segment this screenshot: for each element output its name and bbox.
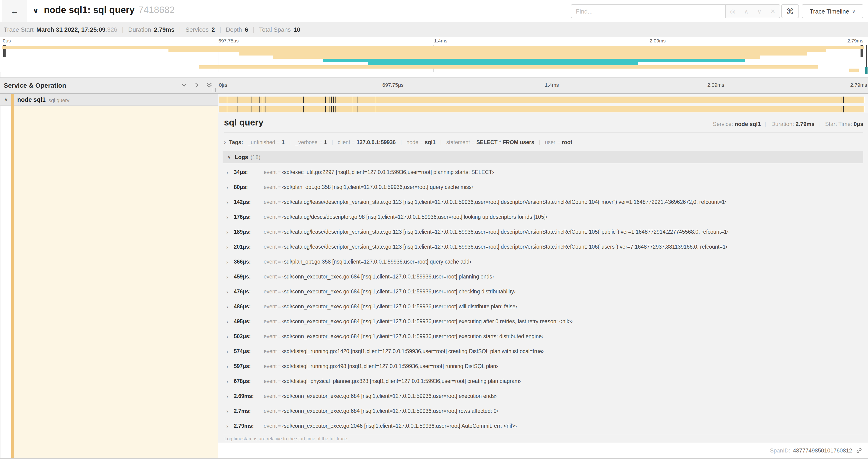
span-row-name-cell[interactable]: ∨ node sql1 sql query [0,94,218,106]
log-row[interactable]: ›80μs:event = ‹sql/plan_opt.go:358 [nsql… [223,180,863,195]
operation-name: sql query [49,97,69,103]
equals-sign: = [277,244,282,250]
back-arrow-icon: ← [10,6,19,15]
log-row[interactable]: ›2.79ms:event = ‹sql/conn_executor_exec.… [223,419,863,434]
span-collapse-chevron-icon[interactable]: ∨ [4,97,8,103]
meta-item-trace-start: Trace StartMarch 31 2022, 17:25:09.326 [4,26,117,33]
log-tick-mark [335,97,336,103]
log-expand-chevron-icon[interactable]: › [226,423,228,430]
tags-expand-chevron-icon[interactable]: › [224,139,226,145]
trace-collapse-chevron-icon[interactable]: ∨ [33,6,39,15]
span-duration-bar[interactable] [219,97,864,103]
log-row[interactable]: ›597μs:event = ‹sql/distsql_running.go:4… [223,359,863,374]
meta-label: Depth [226,26,242,33]
deep-link-icon[interactable] [856,447,862,454]
log-row[interactable]: ›142μs:event = ‹sql/catalog/lease/descri… [223,195,863,210]
log-tick-mark [376,97,376,103]
log-message: event = ‹sql/conn_executor_exec.go:2046 … [264,423,517,429]
log-field-name: event [264,214,277,220]
equals-sign: = [277,215,282,220]
meta-label: Duration [128,26,151,33]
equals-sign: = [277,424,282,429]
log-row[interactable]: ›495μs:event = ‹sql/conn_executor_exec.g… [223,315,863,329]
expand-one-icon[interactable] [194,82,200,88]
log-timestamp: 2.79ms: [234,423,254,429]
log-expand-chevron-icon[interactable]: › [226,393,228,400]
prev-result-icon[interactable]: ∧ [744,8,748,15]
log-timestamp: 201μs: [234,244,251,250]
log-tick-mark [331,106,332,112]
log-tick-mark [841,106,842,112]
log-expand-chevron-icon[interactable]: › [226,289,228,295]
tags-accordian[interactable]: › Tags: _unfinished=1|_verbose=1|client=… [224,137,863,148]
tag-_unfinished: _unfinished=1 [248,139,285,145]
span-detail-title: sql query [224,118,264,128]
tag-separator: | [440,139,442,145]
meta-value: 10 [293,26,300,33]
logs-accordian-header[interactable]: ∨ Logs (18) [223,151,863,163]
log-row[interactable]: ›459μs:event = ‹sql/conn_executor_exec.g… [223,270,863,285]
span-duration-bar-detail[interactable] [219,106,864,112]
meta-value: 2.79ms [154,26,175,33]
span-row-node-sql1[interactable]: ∨ node sql1 sql query [0,94,868,106]
log-message: event = ‹sql/plan_opt.go:358 [nsql1,clie… [264,259,471,264]
log-expand-chevron-icon[interactable]: › [226,408,228,415]
log-row[interactable]: ›678μs:event = ‹sql/distsql_physical_pla… [223,374,863,389]
next-result-icon[interactable]: ∨ [757,8,762,15]
log-row[interactable]: ›366μs:event = ‹sql/plan_opt.go:358 [nsq… [223,255,863,270]
log-row[interactable]: ›502μs:event = ‹sql/conn_executor_exec.g… [223,329,863,344]
log-message: event = ‹sql/conn_executor_exec.go:684 [… [264,304,517,309]
log-expand-chevron-icon[interactable]: › [226,214,228,221]
log-tick-mark [265,106,266,112]
column-resizer-grip[interactable] [212,88,216,92]
log-expand-chevron-icon[interactable]: › [226,319,228,325]
log-message: event = ‹sql/conn_executor_exec.go:684 [… [264,319,572,324]
meta-label: Total Spans [259,26,291,33]
log-expand-chevron-icon[interactable]: › [226,244,228,251]
meta-separator: | [220,26,221,33]
log-timestamp: 459μs: [234,274,251,280]
clear-search-icon[interactable]: ✕ [770,8,775,15]
logs-collapse-chevron-icon[interactable]: ∨ [227,154,231,160]
trace-minimap[interactable] [2,45,864,72]
locate-icon[interactable]: ◎ [730,8,736,15]
log-expand-chevron-icon[interactable]: › [226,199,228,206]
logs-count: (18) [250,154,260,160]
log-timestamp: 2.69ms: [234,393,254,399]
log-message: event = ‹sql/catalog/descs/descriptor.go… [264,214,548,220]
log-expand-chevron-icon[interactable]: › [226,229,228,236]
time-tick-label: 697.75μs [218,38,239,43]
log-field-value: ‹sql/conn_executor_exec.go:684 [nsql1,cl… [282,304,517,309]
log-expand-chevron-icon[interactable]: › [226,274,228,280]
log-row[interactable]: ›574μs:event = ‹sql/distsql_running.go:1… [223,344,863,359]
log-expand-chevron-icon[interactable]: › [226,169,228,176]
tag-key: client [338,139,350,145]
log-tick-mark [252,106,252,112]
log-expand-chevron-icon[interactable]: › [226,184,228,191]
back-button[interactable]: ← [2,0,27,22]
trace-view-select[interactable]: Trace Timeline ∨ [802,4,863,18]
find-input[interactable] [571,4,725,18]
collapse-one-icon[interactable] [181,82,187,88]
log-row[interactable]: ›34μs:event = ‹sql/exec_util.go:2297 [ns… [223,165,863,180]
log-expand-chevron-icon[interactable]: › [226,349,228,355]
log-expand-chevron-icon[interactable]: › [226,363,228,370]
span-row-timeline-cell[interactable] [218,94,868,106]
log-expand-chevron-icon[interactable]: › [226,259,228,265]
log-row[interactable]: ›176μs:event = ‹sql/catalog/descs/descri… [223,210,863,225]
log-row[interactable]: ›2.69ms:event = ‹sql/conn_executor_exec.… [223,389,863,404]
log-row[interactable]: ›189μs:event = ‹sql/catalog/lease/descri… [223,225,863,240]
time-tick-label: 0μs [219,82,227,88]
span-overview: Service: node sql1| Duration: 2.79ms| St… [713,121,863,127]
log-row[interactable]: ›486μs:event = ‹sql/conn_executor_exec.g… [223,299,863,315]
tag-separator: | [400,139,402,145]
log-expand-chevron-icon[interactable]: › [226,304,228,310]
log-expand-chevron-icon[interactable]: › [226,333,228,340]
log-row[interactable]: ›476μs:event = ‹sql/conn_executor_exec.g… [223,285,863,299]
log-row[interactable]: ›2.7ms:event = ‹sql/conn_executor_exec.g… [223,404,863,419]
log-row[interactable]: ›201μs:event = ‹sql/catalog/lease/descri… [223,240,863,255]
log-tick-mark [237,106,238,112]
keyboard-shortcuts-button[interactable]: ⌘ [781,4,799,18]
collapse-all-icon[interactable] [206,82,212,88]
log-expand-chevron-icon[interactable]: › [226,378,228,385]
